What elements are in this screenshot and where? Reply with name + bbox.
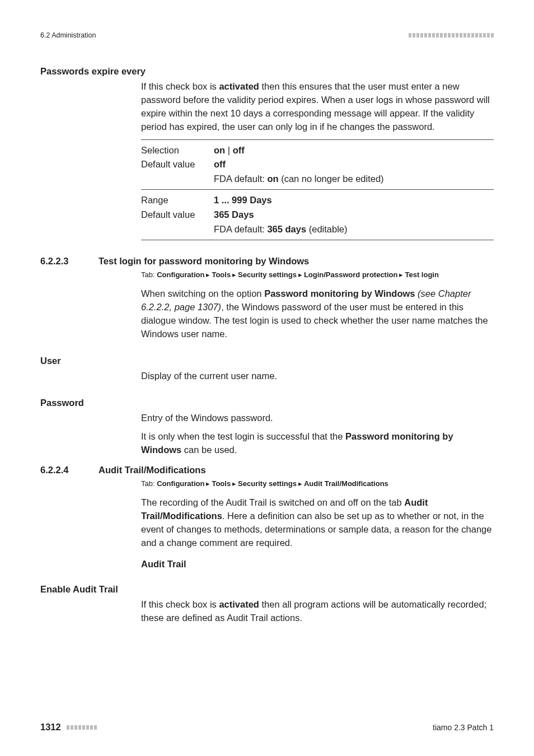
value-fda-1: FDA default: on (can no longer be edited… <box>214 172 494 186</box>
heading-number: 6.2.2.4 <box>40 465 83 475</box>
label-selection: Selection <box>141 143 214 158</box>
para-audit-trail-intro: The recording of the Audit Trail is swit… <box>141 496 494 550</box>
running-header: 6.2 Administration <box>40 31 494 39</box>
heading-enable-audit-trail: Enable Audit Trail <box>40 584 494 595</box>
heading-6-2-2-3: 6.2.2.3 Test login for password monitori… <box>40 256 494 267</box>
tabline-6-2-2-4: Tab: Configuration▸Tools▸Security settin… <box>141 479 494 489</box>
row-selection: Selection on | off <box>141 143 494 158</box>
rule <box>141 240 494 240</box>
footer-right: tiamo 2.3 Patch 1 <box>433 723 494 732</box>
row-fda-1: FDA default: on (can no longer be edited… <box>141 172 494 186</box>
para-user: Display of the current user name. <box>141 370 494 383</box>
arrow-icon: ▸ <box>397 270 405 279</box>
row-fda-2: FDA default: 365 days (editable) <box>141 222 494 237</box>
page-number: 1312 <box>40 722 61 732</box>
label-range: Range <box>141 193 214 208</box>
footer-decor-icon <box>67 725 97 730</box>
value-selection: on | off <box>214 143 494 158</box>
value-default-2: 365 Days <box>214 208 494 222</box>
heading-passwords-expire: Passwords expire every <box>40 66 494 77</box>
heading-6-2-2-4: 6.2.2.4 Audit Trail/Modifications <box>40 465 494 475</box>
label-default-1: Default value <box>141 157 214 172</box>
runhead-left: 6.2 Administration <box>40 31 96 39</box>
para-passwords-expire: If this check box is activated then this… <box>141 80 494 134</box>
value-fda-2: FDA default: 365 days (editable) <box>214 222 494 237</box>
subheading-audit-trail: Audit Trail <box>141 559 494 570</box>
tabline-6-2-2-3: Tab: Configuration▸Tools▸Security settin… <box>141 270 494 281</box>
row-default-2: Default value 365 Days <box>141 208 494 222</box>
rule <box>141 139 494 140</box>
arrow-icon: ▸ <box>297 479 304 488</box>
rule <box>141 189 494 190</box>
value-range: 1 ... 999 Days <box>214 193 494 208</box>
page-footer: 1312 tiamo 2.3 Patch 1 <box>40 722 494 732</box>
heading-text: Test login for password monitoring by Wi… <box>99 256 309 267</box>
para-password-2: It is only when the test login is succes… <box>141 430 494 457</box>
arrow-icon: ▸ <box>231 479 238 488</box>
heading-user: User <box>40 356 494 366</box>
runhead-decor-icon <box>409 33 494 38</box>
arrow-icon: ▸ <box>204 270 212 279</box>
para-password-1: Entry of the Windows password. <box>141 412 494 425</box>
label-default-2: Default value <box>141 208 214 222</box>
para-enable-audit-trail: If this check box is activated then all … <box>141 598 494 625</box>
value-default-1: off <box>214 157 494 172</box>
para-test-login: When switching on the option Password mo… <box>141 287 494 341</box>
row-range: Range 1 ... 999 Days <box>141 193 494 208</box>
heading-number: 6.2.2.3 <box>40 256 83 267</box>
row-default-1: Default value off <box>141 157 494 172</box>
arrow-icon: ▸ <box>204 479 212 488</box>
heading-text: Audit Trail/Modifications <box>99 465 206 475</box>
arrow-icon: ▸ <box>231 270 238 279</box>
arrow-icon: ▸ <box>297 270 304 279</box>
heading-password: Password <box>40 398 494 408</box>
